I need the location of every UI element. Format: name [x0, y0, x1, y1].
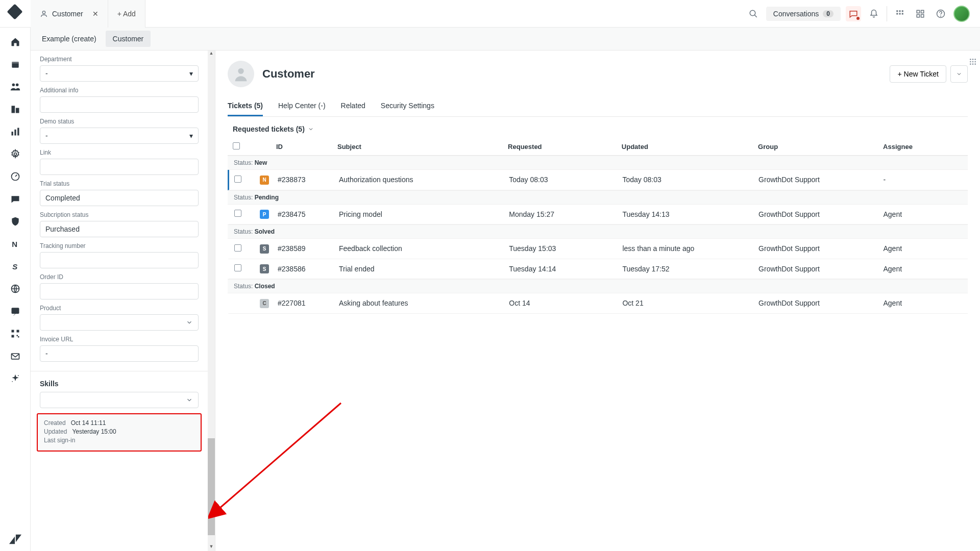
conversations-label: Conversations — [773, 10, 819, 18]
nav-app8[interactable] — [5, 323, 26, 344]
tracking-number-input[interactable] — [40, 252, 199, 268]
sub-tab-example[interactable]: Example (create) — [35, 31, 104, 47]
nav-app1[interactable] — [5, 166, 26, 187]
sparkle-icon — [10, 373, 20, 384]
users-icon — [10, 81, 21, 92]
svg-rect-29 — [11, 330, 14, 333]
table-row[interactable]: P#238475Pricing modelMonday 15:27Tuesday… — [228, 205, 968, 225]
tab-security[interactable]: Security Settings — [381, 96, 434, 116]
nav-app5[interactable]: S — [5, 256, 26, 277]
scrollbar-track[interactable]: ▲ ▼ — [208, 51, 215, 551]
ticket-requested: Oct 14 — [509, 299, 622, 307]
meta-created-label: Created — [44, 419, 66, 427]
globe-icon — [10, 284, 20, 294]
nav-app7[interactable] — [5, 301, 26, 321]
chevron-down-icon — [186, 319, 193, 326]
workspace-tab-customer[interactable]: Customer ✕ — [31, 0, 108, 28]
svg-rect-11 — [921, 14, 924, 17]
divider — [887, 6, 887, 21]
ticket-updated: Today 08:03 — [622, 176, 758, 184]
order-id-input[interactable] — [40, 283, 199, 299]
nav-app3[interactable] — [5, 211, 26, 232]
apps-button[interactable] — [913, 6, 928, 21]
nav-reports[interactable] — [5, 121, 26, 142]
table-row[interactable]: S#238586Trial endedTuesday 14:14Tuesday … — [228, 259, 968, 280]
ticket-assignee: Agent — [883, 299, 963, 307]
nav-views[interactable] — [5, 54, 26, 74]
row-checkbox[interactable] — [234, 210, 241, 217]
department-select[interactable]: -▾ — [40, 65, 199, 82]
nav-app10[interactable] — [5, 368, 26, 389]
link-input[interactable] — [40, 159, 199, 175]
side-panel-scroll[interactable]: Department -▾ Additional info Demo statu… — [31, 51, 208, 551]
nav-org[interactable] — [5, 99, 26, 119]
skills-select[interactable] — [40, 392, 199, 408]
table-row[interactable]: S#238589Feedback collectionTuesday 15:03… — [228, 239, 968, 259]
new-ticket-dropdown[interactable] — [950, 65, 968, 83]
department-label: Department — [40, 56, 199, 63]
search-button[interactable] — [746, 6, 761, 21]
scrollbar-thumb[interactable] — [208, 438, 215, 535]
svg-point-23 — [14, 153, 16, 156]
row-checkbox[interactable] — [234, 176, 241, 183]
th-updated[interactable]: Updated — [622, 143, 758, 151]
row-checkbox[interactable] — [234, 244, 241, 252]
row-checkbox[interactable] — [234, 264, 241, 271]
tracking-number-label: Tracking number — [40, 242, 199, 249]
ticket-requested: Tuesday 15:03 — [509, 244, 622, 253]
sub-tab-customer[interactable]: Customer — [106, 31, 151, 47]
requested-tickets-toggle[interactable]: Requested tickets (5) — [228, 117, 968, 138]
table-row[interactable]: N#238873Authorization questionsToday 08:… — [228, 170, 968, 190]
svg-point-43 — [970, 63, 971, 65]
bell-icon — [869, 9, 878, 18]
product-select[interactable] — [40, 314, 199, 331]
svg-point-1 — [750, 10, 755, 16]
tab-related[interactable]: Related — [341, 96, 365, 116]
tab-help-center[interactable]: Help Center (-) — [278, 96, 326, 116]
notifications-button[interactable] — [866, 6, 881, 21]
message-icon — [10, 194, 20, 204]
nav-app6[interactable] — [5, 279, 26, 299]
trial-status-input[interactable] — [40, 190, 199, 206]
grid-icon — [916, 9, 925, 18]
svg-rect-19 — [15, 108, 19, 113]
additional-info-input[interactable] — [40, 96, 199, 113]
svg-rect-9 — [921, 10, 924, 13]
close-icon[interactable]: ✕ — [92, 10, 99, 18]
ticket-updated: Tuesday 17:52 — [622, 265, 758, 273]
invoice-url-input[interactable] — [40, 345, 199, 362]
gauge-icon — [10, 171, 20, 182]
table-row[interactable]: C#227081Asking about featuresOct 14Oct 2… — [228, 293, 968, 314]
th-group[interactable]: Group — [758, 143, 883, 151]
ticket-updated: less than a minute ago — [622, 244, 758, 253]
tab-tickets[interactable]: Tickets (5) — [228, 96, 263, 116]
conversations-button[interactable]: Conversations 0 — [766, 7, 841, 21]
svg-point-45 — [974, 63, 976, 65]
nav-app9[interactable] — [5, 346, 26, 366]
add-tab-button[interactable]: + Add — [108, 0, 145, 28]
nav-app4[interactable]: N — [5, 234, 26, 254]
svg-point-16 — [12, 84, 14, 87]
dialpad-button[interactable] — [892, 6, 908, 21]
help-button[interactable] — [933, 6, 948, 21]
th-requested[interactable]: Requested — [508, 143, 622, 151]
chat-button[interactable] — [846, 6, 861, 21]
new-ticket-button[interactable]: + New Ticket — [890, 65, 946, 83]
th-id[interactable]: ID — [276, 143, 337, 151]
trial-status-label: Trial status — [40, 180, 199, 187]
apps-panel-toggle[interactable] — [969, 58, 977, 66]
svg-rect-8 — [917, 10, 919, 13]
svg-rect-22 — [17, 128, 19, 136]
select-all-checkbox[interactable] — [233, 142, 240, 149]
profile-avatar[interactable] — [953, 6, 970, 22]
ticket-requested: Today 08:03 — [509, 176, 622, 184]
subscription-status-input[interactable] — [40, 221, 199, 237]
nav-admin[interactable] — [5, 144, 26, 164]
nav-app2[interactable] — [5, 189, 26, 209]
ticket-group: GrowthDot Support — [758, 176, 883, 184]
demo-status-select[interactable]: -▾ — [40, 128, 199, 144]
th-subject[interactable]: Subject — [337, 143, 508, 151]
th-assignee[interactable]: Assignee — [883, 143, 963, 151]
nav-customers[interactable] — [5, 77, 26, 97]
nav-home[interactable] — [5, 32, 26, 52]
